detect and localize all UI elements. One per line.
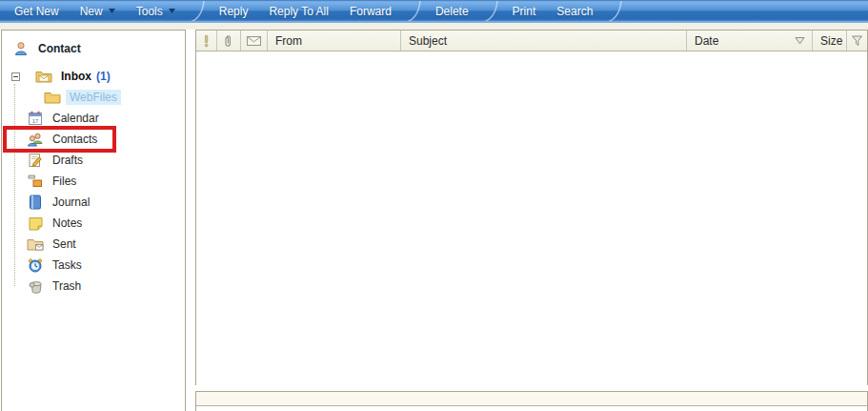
exclamation-icon bbox=[203, 34, 210, 48]
sidebar-item-drafts-label: Drafts bbox=[52, 154, 83, 167]
column-size-label: Size bbox=[820, 34, 842, 48]
folder-icon bbox=[44, 90, 61, 105]
reply-to-all-button[interactable]: Reply To All bbox=[258, 1, 338, 22]
chevron-down-icon bbox=[109, 9, 115, 13]
sidebar-item-contacts[interactable]: Contacts bbox=[2, 129, 185, 150]
sidebar-item-webfiles[interactable]: WebFiles bbox=[2, 87, 185, 108]
sort-descending-icon bbox=[795, 36, 805, 45]
new-button-label: New bbox=[80, 5, 103, 18]
column-filter[interactable] bbox=[847, 31, 867, 51]
sidebar-item-webfiles-label: WebFiles bbox=[66, 90, 121, 105]
sidebar-header: Contact bbox=[2, 31, 185, 60]
unread-count: (1) bbox=[96, 70, 111, 83]
get-new-button[interactable]: Get New bbox=[4, 1, 70, 22]
toolbar-group-separator bbox=[482, 1, 499, 22]
page-background-strip bbox=[0, 23, 868, 30]
get-new-button-label: Get New bbox=[14, 5, 59, 18]
contacts-icon bbox=[27, 132, 44, 147]
reply-button[interactable]: Reply bbox=[209, 1, 259, 22]
preview-pane-header bbox=[196, 392, 867, 406]
column-read-status[interactable] bbox=[241, 31, 268, 51]
sent-icon bbox=[27, 236, 44, 252]
sidebar-item-tasks[interactable]: Tasks bbox=[2, 255, 185, 276]
forward-button[interactable]: Forward bbox=[339, 1, 402, 22]
column-subject[interactable]: Subject bbox=[401, 31, 687, 51]
sidebar-item-files[interactable]: Files bbox=[2, 171, 185, 192]
collapse-icon[interactable] bbox=[7, 69, 24, 84]
tools-button-label: Tools bbox=[136, 5, 163, 18]
message-list-body[interactable] bbox=[196, 51, 867, 385]
sidebar-item-sent[interactable]: Sent bbox=[2, 234, 185, 255]
sidebar-item-notes-label: Notes bbox=[52, 216, 82, 230]
sidebar-item-trash-label: Trash bbox=[52, 279, 81, 293]
sidebar-item-contacts-label: Contacts bbox=[52, 133, 97, 146]
new-button[interactable]: New bbox=[70, 1, 126, 22]
filter-icon bbox=[851, 35, 863, 47]
column-date-label: Date bbox=[695, 34, 718, 48]
paperclip-icon bbox=[223, 34, 234, 48]
delete-button[interactable]: Delete bbox=[425, 1, 479, 22]
sidebar-panel: Contact Inbox(1)WebFiles17CalendarContac… bbox=[1, 30, 186, 411]
trash-icon bbox=[27, 278, 44, 294]
toolbar: Get NewNewToolsReplyReply To AllForwardD… bbox=[0, 0, 868, 21]
sidebar-item-tasks-label: Tasks bbox=[52, 258, 82, 272]
inbox-icon bbox=[35, 69, 52, 84]
calendar-icon: 17 bbox=[27, 111, 44, 126]
forward-button-label: Forward bbox=[350, 5, 392, 18]
sidebar-item-calendar-label: Calendar bbox=[52, 112, 99, 125]
sidebar-item-journal[interactable]: Journal bbox=[2, 192, 185, 213]
sidebar-item-notes[interactable]: Notes bbox=[2, 213, 185, 234]
message-list-panel: FromSubjectDateSize bbox=[195, 30, 868, 385]
sidebar-item-trash[interactable]: Trash bbox=[2, 276, 185, 297]
column-from[interactable]: From bbox=[268, 31, 401, 51]
files-icon bbox=[27, 174, 44, 189]
tasks-icon bbox=[27, 257, 44, 273]
tools-button[interactable]: Tools bbox=[126, 1, 186, 22]
reply-button-label: Reply bbox=[219, 5, 249, 18]
sidebar-item-files-label: Files bbox=[52, 175, 76, 188]
search-button-label: Search bbox=[556, 5, 593, 18]
search-button[interactable]: Search bbox=[546, 1, 603, 22]
chevron-down-icon bbox=[169, 9, 175, 13]
reply-to-all-button-label: Reply To All bbox=[269, 5, 328, 18]
preview-pane bbox=[195, 391, 868, 411]
sidebar-item-journal-label: Journal bbox=[52, 195, 90, 209]
person-icon bbox=[13, 41, 29, 56]
column-from-label: From bbox=[275, 34, 302, 48]
column-subject-label: Subject bbox=[409, 34, 447, 48]
message-list-header: FromSubjectDateSize bbox=[196, 31, 867, 51]
sidebar-tree: Inbox(1)WebFiles17CalendarContactsDrafts… bbox=[2, 66, 185, 297]
sidebar-item-sent-label: Sent bbox=[52, 237, 76, 251]
journal-icon bbox=[27, 195, 44, 210]
sidebar-item-inbox[interactable]: Inbox(1) bbox=[2, 66, 185, 87]
print-button[interactable]: Print bbox=[502, 1, 547, 22]
svg-text:17: 17 bbox=[32, 118, 39, 124]
column-priority[interactable] bbox=[196, 31, 217, 51]
delete-button-label: Delete bbox=[435, 5, 469, 18]
toolbar-group-separator bbox=[405, 1, 422, 22]
notes-icon bbox=[27, 216, 44, 231]
sidebar-title: Contact bbox=[38, 42, 81, 55]
sidebar-item-inbox-label: Inbox bbox=[61, 70, 91, 83]
column-date[interactable]: Date bbox=[687, 31, 813, 51]
toolbar-group-separator bbox=[606, 1, 623, 22]
sidebar-item-calendar[interactable]: 17Calendar bbox=[2, 108, 185, 129]
print-button-label: Print bbox=[513, 5, 536, 18]
envelope-icon bbox=[247, 36, 261, 46]
column-attachment[interactable] bbox=[217, 31, 241, 51]
sidebar-item-drafts[interactable]: Drafts bbox=[2, 150, 185, 171]
toolbar-group-separator bbox=[189, 1, 206, 22]
drafts-icon bbox=[27, 153, 44, 168]
column-size[interactable]: Size bbox=[813, 31, 847, 51]
